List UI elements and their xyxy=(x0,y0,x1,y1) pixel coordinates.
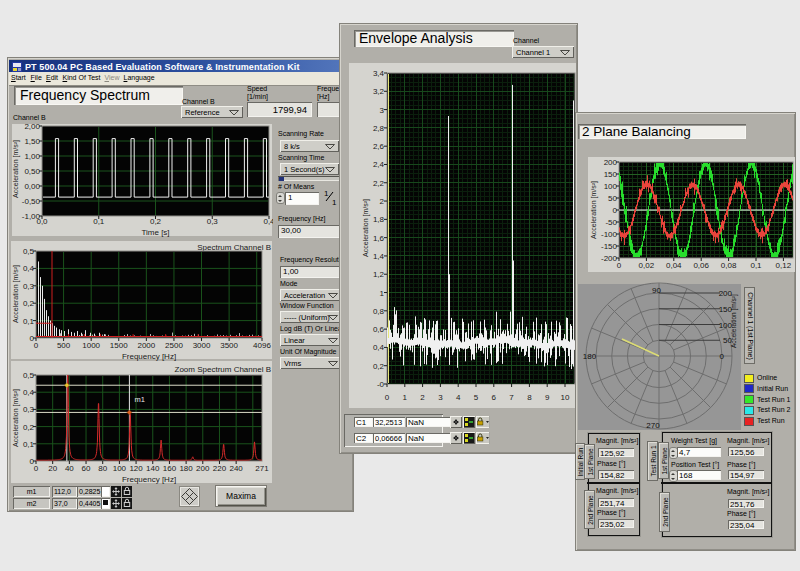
svg-text:1,4: 1,4 xyxy=(373,252,385,261)
svg-text:0,8: 0,8 xyxy=(373,307,385,316)
svg-text:Time [s]: Time [s] xyxy=(141,228,169,237)
svg-text:Acceleration [m/s²]: Acceleration [m/s²] xyxy=(12,265,20,323)
svg-text:0,1: 0,1 xyxy=(23,440,35,449)
svg-text:Acceleration [m/s²]: Acceleration [m/s²] xyxy=(362,199,370,257)
svg-text:0,6: 0,6 xyxy=(373,325,385,334)
svg-text:0,4: 0,4 xyxy=(373,343,385,352)
svg-text:100: 100 xyxy=(113,464,127,473)
svg-text:120: 120 xyxy=(129,464,143,473)
svg-text:0: 0 xyxy=(34,341,39,350)
svg-text:0: 0 xyxy=(720,352,725,361)
svg-text:2,8: 2,8 xyxy=(373,124,385,133)
svg-text:0: 0 xyxy=(34,464,39,473)
svg-text:7: 7 xyxy=(509,393,514,402)
svg-text:-150: -150 xyxy=(601,242,618,251)
svg-text:0,5: 0,5 xyxy=(23,247,35,256)
svg-text:-0,50: -0,50 xyxy=(22,197,41,206)
svg-text:1,8: 1,8 xyxy=(373,215,385,224)
svg-text:1500: 1500 xyxy=(110,341,128,350)
svg-text:20: 20 xyxy=(48,464,57,473)
svg-text:0,04: 0,04 xyxy=(666,261,682,270)
svg-text:0,00: 0,00 xyxy=(24,182,40,191)
svg-text:0,5: 0,5 xyxy=(23,371,35,380)
svg-text:3,4: 3,4 xyxy=(373,69,385,78)
svg-text:-50: -50 xyxy=(605,218,617,227)
svg-text:0,2: 0,2 xyxy=(373,362,385,371)
svg-text:-200: -200 xyxy=(601,254,618,263)
svg-text:0,06: 0,06 xyxy=(693,261,709,270)
svg-text:140: 140 xyxy=(146,464,160,473)
svg-text:0,1: 0,1 xyxy=(750,261,762,270)
svg-text:160: 160 xyxy=(163,464,177,473)
svg-text:2,6: 2,6 xyxy=(373,142,385,151)
svg-text:0,1: 0,1 xyxy=(23,317,35,326)
svg-text:1000: 1000 xyxy=(82,341,100,350)
svg-text:150: 150 xyxy=(604,170,618,179)
svg-text:270: 270 xyxy=(646,421,660,430)
svg-text:Frequency [Hz]: Frequency [Hz] xyxy=(122,352,176,361)
svg-text:3: 3 xyxy=(380,106,385,115)
svg-text:Frequency [Hz]: Frequency [Hz] xyxy=(122,475,176,484)
svg-text:1,2: 1,2 xyxy=(373,270,385,279)
svg-text:0,02: 0,02 xyxy=(639,261,655,270)
svg-text:2: 2 xyxy=(380,197,385,206)
svg-text:3000: 3000 xyxy=(193,341,211,350)
svg-text:0,12: 0,12 xyxy=(776,261,792,270)
svg-text:4096: 4096 xyxy=(253,341,271,350)
svg-text:0,3: 0,3 xyxy=(23,405,35,414)
svg-text:0: 0 xyxy=(385,393,390,402)
svg-text:200: 200 xyxy=(604,158,618,167)
svg-text:240: 240 xyxy=(229,464,243,473)
svg-text:0,50: 0,50 xyxy=(24,167,40,176)
svg-text:0,2: 0,2 xyxy=(23,299,35,308)
svg-text:Acceleration [m/s²]: Acceleration [m/s²] xyxy=(12,140,20,198)
svg-text:1,50: 1,50 xyxy=(24,137,40,146)
svg-text:10: 10 xyxy=(561,393,570,402)
svg-text:2500: 2500 xyxy=(165,341,183,350)
svg-text:5: 5 xyxy=(474,393,479,402)
svg-text:0,4: 0,4 xyxy=(263,217,273,226)
svg-text:0,3: 0,3 xyxy=(23,282,35,291)
svg-text:1: 1 xyxy=(332,198,337,206)
svg-text:200: 200 xyxy=(196,464,210,473)
svg-text:0,4: 0,4 xyxy=(23,388,35,397)
svg-text:-0: -0 xyxy=(377,380,385,389)
svg-text:180: 180 xyxy=(179,464,193,473)
svg-text:180: 180 xyxy=(583,352,597,361)
svg-text:-100: -100 xyxy=(601,230,618,239)
svg-text:Acceleration [m/s²]: Acceleration [m/s²] xyxy=(730,294,738,348)
svg-text:1,00: 1,00 xyxy=(24,152,40,161)
svg-text:90: 90 xyxy=(652,286,661,295)
svg-text:3,2: 3,2 xyxy=(373,87,385,96)
svg-text:9: 9 xyxy=(545,393,550,402)
svg-text:271: 271 xyxy=(255,464,269,473)
svg-text:80: 80 xyxy=(98,464,107,473)
svg-text:2,2: 2,2 xyxy=(373,179,385,188)
svg-text:2,4: 2,4 xyxy=(373,160,385,169)
svg-text:Acceleration [m/s²]: Acceleration [m/s²] xyxy=(590,181,598,239)
svg-text:6: 6 xyxy=(492,393,497,402)
svg-text:Zoom Spectrum Channel B: Zoom Spectrum Channel B xyxy=(175,365,272,374)
svg-text:100: 100 xyxy=(604,182,618,191)
svg-text:1,6: 1,6 xyxy=(373,234,385,243)
svg-text:500: 500 xyxy=(57,341,71,350)
svg-text:2,00: 2,00 xyxy=(24,122,40,131)
svg-text:1: 1 xyxy=(324,189,329,198)
svg-text:3: 3 xyxy=(438,393,443,402)
svg-text:2000: 2000 xyxy=(137,341,155,350)
svg-text:3500: 3500 xyxy=(220,341,238,350)
svg-text:0: 0 xyxy=(617,261,622,270)
svg-text:8: 8 xyxy=(527,393,532,402)
svg-text:Acceleration [m/s²]: Acceleration [m/s²] xyxy=(12,389,20,447)
svg-text:m1: m1 xyxy=(134,395,144,404)
svg-text:40: 40 xyxy=(65,464,74,473)
svg-text:60: 60 xyxy=(82,464,91,473)
svg-text:2: 2 xyxy=(420,393,425,402)
svg-text:1: 1 xyxy=(380,289,385,298)
svg-text:0,08: 0,08 xyxy=(721,261,737,270)
svg-text:4: 4 xyxy=(456,393,461,402)
svg-text:0,2: 0,2 xyxy=(23,423,35,432)
svg-text:220: 220 xyxy=(213,464,227,473)
svg-text:1: 1 xyxy=(403,393,408,402)
svg-text:0,4: 0,4 xyxy=(23,264,35,273)
